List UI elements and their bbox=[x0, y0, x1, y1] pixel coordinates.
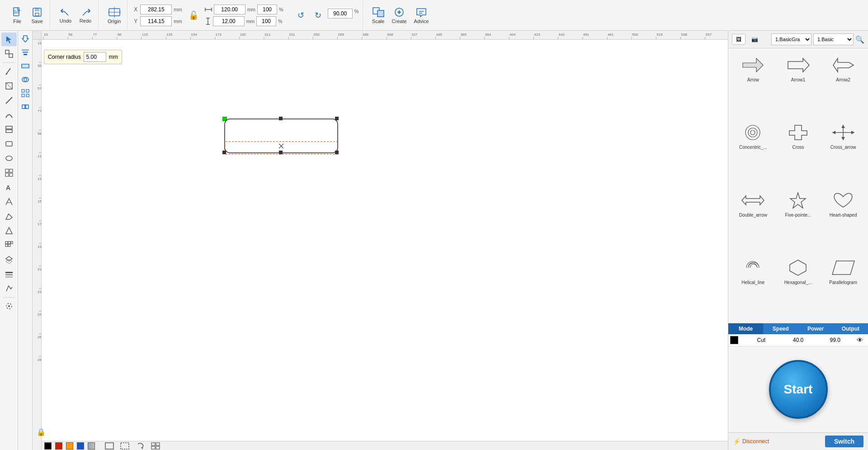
svg-text:57: 57 bbox=[38, 86, 42, 90]
handle-bl[interactable] bbox=[222, 151, 226, 154]
curve-tool[interactable] bbox=[1, 108, 17, 122]
mode-header-output[interactable]: Output bbox=[833, 323, 868, 334]
cut-color-swatch[interactable] bbox=[730, 336, 738, 344]
shape-item-concentric[interactable]: Concentric_... bbox=[732, 119, 774, 184]
svg-marker-171 bbox=[832, 131, 835, 134]
switch-button[interactable]: Switch bbox=[825, 436, 863, 447]
arrange-tool[interactable] bbox=[1, 267, 17, 281]
shape-item-heart[interactable]: Heart-shaped bbox=[822, 187, 864, 252]
shape-item-arrow1[interactable]: Arrow1 bbox=[777, 52, 820, 117]
eraser-tool[interactable] bbox=[1, 209, 17, 223]
corner-radius-input[interactable] bbox=[84, 52, 106, 62]
rotate-cw-icon[interactable]: ↻ bbox=[311, 9, 326, 22]
drawn-shape[interactable] bbox=[222, 117, 340, 171]
shape-container[interactable] bbox=[222, 117, 340, 172]
shape-item-arrow[interactable]: Arrow bbox=[732, 52, 774, 117]
x-input[interactable] bbox=[140, 5, 172, 14]
svg-text:154: 154 bbox=[191, 33, 197, 37]
shape-item-double-arrow[interactable]: Double_arrow bbox=[732, 187, 774, 252]
width-pct-input[interactable] bbox=[257, 5, 277, 14]
canvas-tool-select[interactable] bbox=[118, 441, 131, 450]
height-pct-input[interactable] bbox=[256, 16, 276, 26]
layer-tool[interactable] bbox=[1, 123, 17, 136]
shape-item-helical[interactable]: Helical_line bbox=[732, 255, 774, 319]
align-tool[interactable] bbox=[19, 46, 32, 59]
path-tool[interactable] bbox=[1, 282, 17, 295]
resize-tool[interactable] bbox=[19, 60, 32, 72]
grid-tool[interactable] bbox=[1, 166, 17, 180]
save-button[interactable]: Save bbox=[28, 5, 46, 26]
cut-tool[interactable] bbox=[1, 79, 17, 93]
scale-button[interactable]: Scale bbox=[369, 5, 387, 26]
start-button[interactable]: Start bbox=[769, 360, 828, 419]
y-input[interactable] bbox=[140, 16, 172, 26]
canvas-tool-frame[interactable] bbox=[103, 441, 116, 450]
node-tool[interactable] bbox=[1, 195, 17, 208]
svg-text:500: 500 bbox=[632, 33, 638, 37]
select-group-tool[interactable] bbox=[1, 47, 17, 61]
create-button[interactable]: Create bbox=[389, 5, 410, 26]
shape-item-cross-arrow[interactable]: Cross_arrow bbox=[822, 119, 864, 184]
shape-five-pointed-label: Five-pointe... bbox=[785, 213, 811, 218]
ellipse-tool[interactable] bbox=[1, 152, 17, 165]
lock-icon[interactable]: 🔒 bbox=[34, 425, 48, 439]
file-button[interactable]: File bbox=[8, 5, 26, 26]
text-tool[interactable]: A bbox=[1, 180, 17, 194]
color-gradient[interactable] bbox=[88, 442, 95, 450]
array-tool[interactable] bbox=[19, 87, 32, 99]
handle-br[interactable] bbox=[335, 151, 339, 154]
handle-tr[interactable] bbox=[335, 117, 339, 120]
fill-tool[interactable] bbox=[1, 224, 17, 237]
grid2-tool[interactable] bbox=[1, 238, 17, 252]
mode-header-speed[interactable]: Speed bbox=[763, 323, 798, 334]
library-dropdown1[interactable]: 1.BasicGra 2.Advanced bbox=[771, 33, 811, 45]
undo-button[interactable]: Undo bbox=[57, 5, 75, 25]
disconnect-button[interactable]: ⚡ Disconnect bbox=[733, 438, 769, 445]
pen-tool[interactable] bbox=[1, 65, 17, 78]
cut-output-eye-icon[interactable]: 👁 bbox=[854, 336, 866, 344]
combine-tool[interactable] bbox=[19, 73, 32, 86]
search-icon[interactable]: 🔍 bbox=[855, 35, 864, 44]
library-dropdown2[interactable]: 1.Basic 2.Advanced bbox=[813, 33, 854, 45]
shape-item-arrow2[interactable]: Arrow2 bbox=[822, 52, 864, 117]
mode-header-mode[interactable]: Mode bbox=[728, 323, 763, 334]
color-red[interactable] bbox=[55, 442, 62, 450]
shape-item-parallelogram[interactable]: Parallelogram bbox=[822, 255, 864, 319]
spinner-tool[interactable] bbox=[1, 299, 17, 313]
svg-text:250: 250 bbox=[38, 313, 42, 317]
panel-tab-camera[interactable]: 📷 bbox=[747, 34, 762, 45]
shape-item-five-pointed[interactable]: Five-pointe... bbox=[777, 187, 820, 252]
mode-header-power[interactable]: Power bbox=[798, 323, 833, 334]
rect-tool[interactable] bbox=[1, 137, 17, 151]
shape-main[interactable] bbox=[225, 119, 338, 153]
redo-button[interactable]: Redo bbox=[76, 5, 94, 25]
handle-bm[interactable] bbox=[279, 151, 283, 154]
color-black[interactable] bbox=[44, 442, 52, 450]
color-orange[interactable] bbox=[66, 442, 73, 450]
svg-rect-6 bbox=[35, 13, 39, 16]
boolean-tool[interactable] bbox=[19, 100, 32, 113]
layers-tool[interactable] bbox=[1, 253, 17, 266]
origin-button[interactable]: Origin bbox=[105, 5, 123, 26]
canvas-tool-grid[interactable] bbox=[149, 441, 162, 450]
line-tool[interactable] bbox=[1, 94, 17, 107]
shape-item-hexagonal[interactable]: Hexagonal_... bbox=[777, 255, 820, 319]
canvas-tool-rotate[interactable] bbox=[134, 441, 146, 450]
handle-tm[interactable] bbox=[279, 117, 283, 120]
color-blue[interactable] bbox=[77, 442, 84, 450]
rotate-ccw-icon[interactable]: ↺ bbox=[293, 9, 309, 22]
panel-tab-view[interactable]: 🖼 bbox=[732, 34, 745, 45]
lock-ratio-icon[interactable]: 🔓 bbox=[189, 10, 198, 20]
advice-button[interactable]: Advice bbox=[411, 5, 432, 26]
rotate-input[interactable] bbox=[328, 9, 353, 19]
canvas-content[interactable]: Corner radius mm bbox=[42, 40, 728, 441]
canvas-area[interactable]: 1958779611513515417319221123125026928830… bbox=[33, 31, 728, 450]
shape-item-cross[interactable]: Cross bbox=[777, 119, 820, 184]
width-input[interactable] bbox=[214, 5, 245, 14]
height-input[interactable] bbox=[213, 16, 245, 26]
move-tool[interactable] bbox=[19, 33, 32, 45]
select-tool[interactable] bbox=[1, 33, 17, 46]
start-label: Start bbox=[784, 382, 813, 397]
svg-marker-162 bbox=[833, 58, 854, 72]
svg-text:19: 19 bbox=[44, 33, 48, 37]
